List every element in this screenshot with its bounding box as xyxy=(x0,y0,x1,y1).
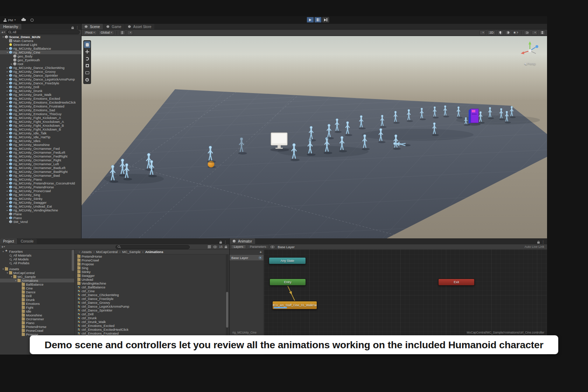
layers-tab[interactable]: Layers xyxy=(231,245,246,249)
project-tree-row[interactable]: Dance xyxy=(0,290,74,294)
hierarchy-row[interactable]: ▾ rig_MCUnity_Cine xyxy=(0,50,81,54)
asset-row[interactable]: ctrl_Drunk xyxy=(75,316,225,320)
expand-arrow-icon[interactable]: ▸ xyxy=(6,86,9,89)
hierarchy-row[interactable]: ▸ rig_MCUnity_Stinky xyxy=(0,197,81,201)
auto-live-link-button[interactable]: Auto Live Link xyxy=(524,245,546,248)
project-tree-row[interactable]: All Materials xyxy=(0,253,74,257)
global-toggle[interactable]: Global▾ xyxy=(99,30,114,35)
hierarchy-row[interactable]: Main Camera xyxy=(0,39,81,43)
expand-arrow-icon[interactable]: ▸ xyxy=(6,82,9,85)
expand-arrow-icon[interactable]: ▸ xyxy=(6,201,9,204)
snap-settings-button[interactable]: ▾ xyxy=(127,30,133,35)
layer-breadcrumb[interactable]: Base Layer xyxy=(278,245,295,249)
expand-arrow-icon[interactable]: ▸ xyxy=(6,136,9,139)
scene-viewport[interactable]: ◀ Persp xyxy=(82,36,547,238)
hierarchy-row[interactable]: ▸ rig_MCUnity_Emotions_Frustrated xyxy=(0,104,81,108)
pause-button[interactable] xyxy=(314,17,322,23)
asset-row[interactable]: ctrl_Dance_LegsKickArmsPump xyxy=(75,304,225,308)
asset-row[interactable]: ctrl_Emotions_Excited xyxy=(75,324,225,328)
expand-arrow-icon[interactable]: ▸ xyxy=(6,182,9,185)
grid-snap-button[interactable] xyxy=(119,30,125,35)
hierarchy-row[interactable]: ▸ rig_MCUnity_PretendHorse_CoconutHold xyxy=(0,181,81,185)
hierarchy-row[interactable]: ▸ rig_MCUnity_Piano xyxy=(0,177,81,181)
settings-button[interactable] xyxy=(29,17,35,23)
animator-node-any[interactable]: Any State xyxy=(269,257,306,264)
parameters-tab[interactable]: Parameters xyxy=(247,245,269,249)
lock-icon[interactable] xyxy=(71,27,74,29)
hierarchy-row[interactable]: ▸ rig_MCUnity_Sing xyxy=(0,193,81,197)
lock-icon[interactable] xyxy=(225,246,227,248)
expand-arrow-icon[interactable]: ▸ xyxy=(6,109,9,112)
account-button[interactable]: PM ▾ xyxy=(2,17,18,23)
asset-row[interactable]: VendingMachine xyxy=(75,281,225,285)
hierarchy-row[interactable]: ▸ rig_MCUnity_Drunk xyxy=(0,89,81,93)
visibility-icon[interactable] xyxy=(213,246,217,248)
hierarchy-row[interactable]: ▸ rig_MCUnity_Drunk_Walk xyxy=(0,93,81,97)
hierarchy-row[interactable]: ▸ rig_MCUnity_OrcHammer_Fwd xyxy=(0,147,81,150)
cloud-services-button[interactable] xyxy=(20,17,28,23)
hierarchy-row[interactable]: ▸ rig_MCUnity_Fight_Kickdown_B xyxy=(0,127,81,131)
animator-node-state[interactable]: MCU_am_Staff_Cine_01_WalkFwd xyxy=(272,301,317,309)
hierarchy-row[interactable]: ▸ rig_MCUnity_ProneCrawl xyxy=(0,189,81,193)
projection-label[interactable]: ◀ Persp xyxy=(518,62,542,65)
project-tree-row[interactable]: OrcHammer xyxy=(0,317,74,321)
project-tree-row[interactable]: Idle xyxy=(0,309,74,313)
expand-arrow-icon[interactable]: ▸ xyxy=(6,132,9,135)
project-tree-row[interactable]: ProneCrawl xyxy=(0,329,74,332)
breadcrumb-item[interactable]: Animations xyxy=(141,250,163,254)
rotate-tool[interactable] xyxy=(84,55,90,62)
asset-row[interactable]: ctrl_Emotions_ExcitedHeelClick xyxy=(75,328,225,331)
expand-arrow-icon[interactable]: ▸ xyxy=(6,47,9,50)
create-button[interactable]: +▾ xyxy=(1,30,5,34)
expand-arrow-icon[interactable]: ▾ xyxy=(10,275,13,278)
expand-arrow-icon[interactable]: ▸ xyxy=(6,155,9,158)
asset-row[interactable]: ctrl_Drill xyxy=(75,312,225,316)
expand-arrow-icon[interactable]: ▸ xyxy=(6,128,9,131)
create-asset-button[interactable]: +▾ xyxy=(1,245,5,249)
view-tab[interactable]: Game xyxy=(103,24,124,29)
project-tree-row[interactable]: All Models xyxy=(0,257,74,261)
asset-row[interactable]: ctrl_Dance_Sprinkler xyxy=(75,308,225,312)
asset-row[interactable]: ctrl_Emotions_Frustrated xyxy=(75,331,225,335)
expand-arrow-icon[interactable]: ▸ xyxy=(6,194,9,196)
panel-menu-icon[interactable]: ⋮ xyxy=(224,240,227,244)
tab-console[interactable]: Console xyxy=(18,238,37,244)
asset-row[interactable]: ctrl_Drunk_Walk xyxy=(75,320,225,324)
effects-toggle[interactable]: ★▾ xyxy=(513,30,519,35)
view-tab[interactable]: Asset Store xyxy=(125,24,155,29)
view-tab[interactable]: Scene xyxy=(82,24,103,29)
asset-row[interactable]: ctrl_Dance_Groovy xyxy=(75,301,225,304)
hierarchy-row[interactable]: ▸ rig_MCUnity_BallBalance xyxy=(0,47,81,50)
tree-scrollbar[interactable] xyxy=(72,250,74,271)
scale-tool[interactable] xyxy=(84,62,90,69)
expand-arrow-icon[interactable]: ▸ xyxy=(6,197,9,200)
expand-arrow-icon[interactable]: ▾ xyxy=(1,250,5,253)
project-tree-row[interactable]: Cine xyxy=(0,286,74,290)
hierarchy-row[interactable]: ▸ rig_MCUnity_Emotions_Excited xyxy=(0,97,81,100)
hierarchy-row[interactable]: ▸ root xyxy=(0,62,81,66)
hierarchy-row[interactable]: ▸ rig_MCUnity_Idle_HatTip xyxy=(0,135,81,139)
asset-row[interactable]: Propose xyxy=(75,262,225,266)
tab-hierarchy[interactable]: Hierarchy xyxy=(0,24,21,29)
expand-arrow-icon[interactable]: ▸ xyxy=(6,113,9,115)
project-tree-row[interactable]: Moonshine xyxy=(0,313,74,317)
scene-lighting-toggle[interactable] xyxy=(497,30,503,35)
hierarchy-row[interactable]: ▸ Piano xyxy=(0,216,81,220)
hierarchy-row[interactable]: ▸ rig_MCUnity_OrcHammer_Left xyxy=(0,162,81,166)
expand-arrow-icon[interactable]: ▾ xyxy=(6,272,9,274)
hierarchy-row[interactable]: ▸ rig_MCUnity_Idles xyxy=(0,139,81,143)
hierarchy-row[interactable]: geo_EyeMouth xyxy=(0,58,81,62)
project-search-input[interactable] xyxy=(115,245,190,249)
hierarchy-row[interactable]: ▸ rig_MCUnity_Fight_Knockdown_A xyxy=(0,120,81,124)
move-tool[interactable] xyxy=(84,48,90,55)
hierarchy-row[interactable]: ▸ rig_MCUnity_Emotions_ThisGuy xyxy=(0,112,81,116)
hierarchy-row[interactable]: ▸ rig_MCUnity_Emotions_Sad xyxy=(0,108,81,112)
tab-animator[interactable]: Animator xyxy=(230,238,255,244)
expand-arrow-icon[interactable]: ▸ xyxy=(6,159,9,162)
hierarchy-row[interactable]: ▸ rig_MCUnity_PretendHorse xyxy=(0,185,81,189)
hierarchy-row[interactable]: ▸ rig_MCUnity_Emotions_ExcitedHeelsClick xyxy=(0,100,81,104)
expand-arrow-icon[interactable]: ▸ xyxy=(6,117,9,119)
expand-arrow-icon[interactable]: ▸ xyxy=(6,151,9,154)
breadcrumb-item[interactable]: Assets xyxy=(77,250,92,254)
2d-toggle[interactable]: 2D xyxy=(487,30,496,35)
